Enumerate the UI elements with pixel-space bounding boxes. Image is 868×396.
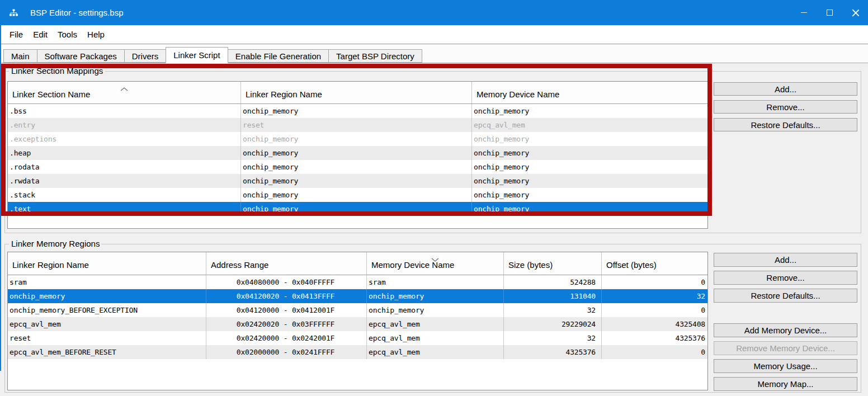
tab-target-bsp-directory[interactable]: Target BSP Directory bbox=[328, 49, 422, 63]
minimize-button[interactable] bbox=[791, 0, 817, 25]
sections-remove-button[interactable]: Remove... bbox=[714, 100, 857, 114]
table-row-selected[interactable]: onchip_memory 0x04120020 - 0x0413FFFF on… bbox=[8, 289, 707, 303]
remove-memory-device-button: Remove Memory Device... bbox=[714, 341, 857, 355]
maximize-button[interactable] bbox=[817, 0, 842, 25]
table-row[interactable]: onchip_memory_BEFORE_EXCEPTION 0x0412000… bbox=[8, 303, 707, 317]
column-header-memory-device-name[interactable]: Memory Device Name bbox=[472, 82, 707, 103]
menu-file[interactable]: File bbox=[4, 25, 28, 44]
table-row[interactable]: .entry reset epcq_avl_mem bbox=[8, 118, 707, 132]
table-row[interactable]: .bss onchip_memory onchip_memory bbox=[8, 104, 707, 118]
table-row[interactable]: sram 0x04080000 - 0x040FFFFF sram 524288… bbox=[8, 275, 707, 289]
table-row[interactable]: reset 0x02420000 - 0x0242001F epcq_avl_m… bbox=[8, 331, 707, 345]
table-row[interactable]: epcq_avl_mem 0x02420020 - 0x03FFFFFF epc… bbox=[8, 317, 707, 331]
table-row[interactable]: epcq_avl_mem_BEFORE_RESET 0x02000000 - 0… bbox=[8, 345, 707, 359]
table1-header: Linker Section Name Linker Region Name M… bbox=[8, 82, 707, 104]
close-icon bbox=[852, 9, 859, 16]
tab-enable-file-generation[interactable]: Enable File Generation bbox=[228, 49, 329, 63]
window-border-bottom bbox=[0, 0, 868, 1]
column-header-linker-region-name[interactable]: Linker Region Name bbox=[8, 252, 206, 275]
menu-help[interactable]: Help bbox=[82, 25, 110, 44]
column-header-address-range[interactable]: Address Range bbox=[206, 252, 367, 275]
title-bar: BSP Editor - settings.bsp bbox=[0, 0, 868, 25]
minimize-icon bbox=[801, 12, 807, 13]
window-border-right bbox=[0, 0, 1, 371]
linker-memory-regions-table[interactable]: Linker Region Name Address Range Memory … bbox=[7, 252, 708, 390]
regions-restore-defaults-button[interactable]: Restore Defaults... bbox=[714, 289, 857, 303]
tab-main[interactable]: Main bbox=[3, 49, 37, 63]
table-row[interactable]: .heap onchip_memory onchip_memory bbox=[8, 146, 707, 160]
regions-add-button[interactable]: Add... bbox=[714, 253, 857, 267]
window-title: BSP Editor - settings.bsp bbox=[30, 0, 123, 25]
add-memory-device-button[interactable]: Add Memory Device... bbox=[714, 323, 857, 337]
app-icon bbox=[9, 8, 18, 18]
tab-strip: Main Software Packages Drivers Linker Sc… bbox=[0, 45, 868, 63]
sections-add-button[interactable]: Add... bbox=[714, 82, 857, 96]
tab-linker-script[interactable]: Linker Script bbox=[166, 47, 228, 63]
memory-usage-button[interactable]: Memory Usage... bbox=[714, 359, 857, 373]
tab-software-packages[interactable]: Software Packages bbox=[37, 49, 125, 63]
menu-tools[interactable]: Tools bbox=[53, 25, 82, 44]
column-header-size-bytes[interactable]: Size (bytes) bbox=[504, 252, 602, 275]
table-row-selected[interactable]: .text onchip_memory onchip_memory bbox=[8, 202, 707, 216]
table-row[interactable]: .stack onchip_memory onchip_memory bbox=[8, 188, 707, 202]
table-row[interactable]: .exceptions onchip_memory onchip_memory bbox=[8, 132, 707, 146]
menu-bar: File Edit Tools Help bbox=[0, 25, 868, 44]
column-header-offset-bytes[interactable]: Offset (bytes) bbox=[602, 252, 707, 275]
menu-edit[interactable]: Edit bbox=[28, 25, 53, 44]
bsp-editor-window: BSP Editor - settings.bsp File Edit Tool… bbox=[0, 0, 868, 396]
window-controls bbox=[791, 0, 868, 25]
sort-ascending-icon bbox=[120, 83, 128, 93]
table-row[interactable]: .rwdata onchip_memory onchip_memory bbox=[8, 174, 707, 188]
memory-map-button[interactable]: Memory Map... bbox=[714, 377, 857, 391]
linker-section-mappings-table[interactable]: Linker Section Name Linker Region Name M… bbox=[7, 81, 708, 229]
regions-remove-button[interactable]: Remove... bbox=[714, 271, 857, 285]
tab-drivers[interactable]: Drivers bbox=[124, 49, 167, 63]
linker-memory-regions-label: Linker Memory Regions bbox=[9, 239, 102, 248]
column-header-linker-region-name[interactable]: Linker Region Name bbox=[241, 82, 472, 103]
maximize-icon bbox=[827, 10, 833, 16]
sort-descending-icon bbox=[431, 254, 439, 264]
table2-header: Linker Region Name Address Range Memory … bbox=[8, 252, 707, 275]
sections-restore-defaults-button[interactable]: Restore Defaults... bbox=[714, 118, 857, 131]
linker-section-mappings-label: Linker Section Mappings bbox=[9, 66, 105, 76]
close-button[interactable] bbox=[842, 0, 868, 25]
table-row[interactable]: .rodata onchip_memory onchip_memory bbox=[8, 160, 707, 174]
